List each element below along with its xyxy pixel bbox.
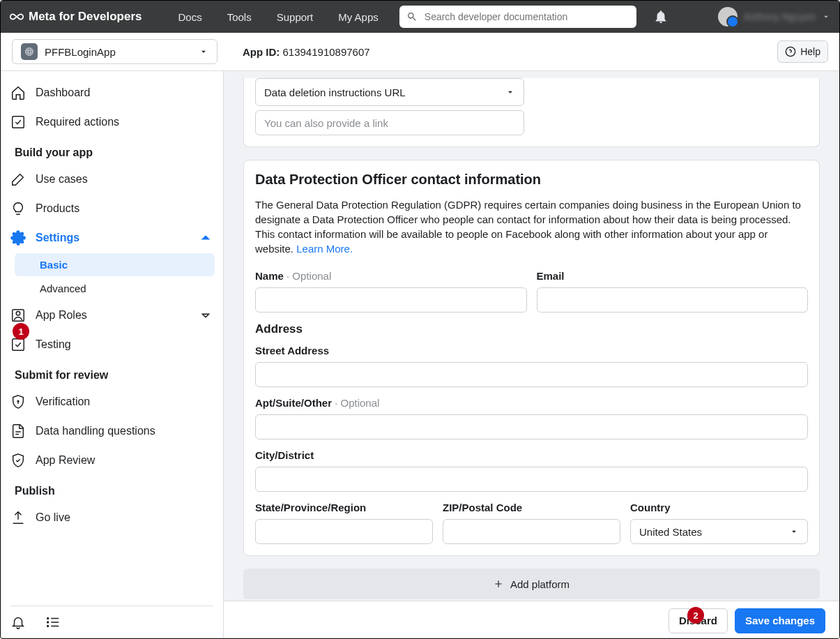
annotation-badge-1: 1 <box>13 323 29 340</box>
chevron-down-icon <box>199 47 208 57</box>
sidebar-subitem-basic[interactable]: Basic <box>15 253 215 276</box>
state-input[interactable] <box>255 519 433 544</box>
sidebar-item-dashboard[interactable]: Dashboard <box>1 78 223 107</box>
save-changes-button[interactable]: Save changes <box>735 608 825 633</box>
app-icon <box>21 43 38 60</box>
name-input[interactable] <box>255 287 527 313</box>
data-deletion-dropdown[interactable]: Data deletion instructions URL <box>255 78 524 106</box>
name-label: Name · Optional <box>255 270 527 282</box>
chevron-down-icon <box>821 12 831 22</box>
nav-docs[interactable]: Docs <box>169 11 212 23</box>
svg-point-4 <box>786 47 795 56</box>
sidebar-item-verification[interactable]: Verification <box>1 387 223 416</box>
notifications-icon[interactable] <box>653 9 669 24</box>
data-deletion-link-input[interactable] <box>255 110 524 135</box>
app-name: PFFBLoginApp <box>45 46 192 58</box>
app-header: PFFBLoginApp App ID: 613941910897607 Hel… <box>1 33 839 71</box>
add-platform-button[interactable]: Add platform <box>243 569 820 599</box>
sidebar-item-products[interactable]: Products <box>1 194 223 223</box>
shield-lock-icon <box>10 394 26 409</box>
main-content: 2 Data deletion instructions URL Data Pr… <box>224 71 839 639</box>
apt-input[interactable] <box>255 414 808 439</box>
svg-point-3 <box>28 48 31 56</box>
sidebar-item-usecases[interactable]: Use cases <box>1 165 223 194</box>
sidebar-item-testing[interactable]: Testing <box>1 330 223 359</box>
search-input[interactable] <box>425 11 629 22</box>
sidebar-item-appreview[interactable]: App Review <box>1 446 223 475</box>
help-icon <box>785 46 796 57</box>
nav-support[interactable]: Support <box>267 11 323 23</box>
country-label: Country <box>630 502 808 513</box>
svg-point-13 <box>47 626 49 627</box>
sidebar-item-settings[interactable]: Settings <box>1 223 223 253</box>
dpo-description: The General Data Protection Regulation (… <box>255 197 808 256</box>
lightbulb-icon <box>10 201 26 216</box>
list-icon[interactable] <box>45 615 61 630</box>
meta-infinity-icon <box>9 9 24 24</box>
meta-logo[interactable]: Meta for Developers <box>9 9 142 24</box>
address-title: Address <box>255 322 808 336</box>
chevron-down-icon <box>505 87 515 97</box>
svg-rect-5 <box>13 116 24 128</box>
gear-icon <box>10 230 26 246</box>
street-input[interactable] <box>255 362 808 387</box>
learn-more-link[interactable]: Learn More. <box>296 243 353 255</box>
shield-check-icon <box>10 453 26 468</box>
nav-tools[interactable]: Tools <box>217 11 261 23</box>
sidebar-item-datahandling[interactable]: Data handling questions <box>1 416 223 446</box>
search-box[interactable] <box>399 6 636 28</box>
app-id: App ID: 613941910897607 <box>243 46 370 58</box>
footer-bar: Discard Save changes <box>224 601 839 639</box>
user-menu[interactable]: Anthony Nguyen <box>718 7 831 27</box>
sidebar-heading-build: Build your app <box>1 137 223 165</box>
username: Anthony Nguyen <box>743 11 816 22</box>
street-label: Street Address <box>255 345 808 356</box>
avatar <box>718 7 738 27</box>
sidebar-item-required[interactable]: Required actions <box>1 107 223 137</box>
plus-icon <box>494 579 503 589</box>
nav-myapps[interactable]: My Apps <box>328 11 388 23</box>
pencil-icon <box>10 172 26 187</box>
svg-point-8 <box>16 312 20 316</box>
country-dropdown[interactable]: United States <box>630 519 808 544</box>
search-icon <box>406 11 418 22</box>
city-input[interactable] <box>255 467 808 492</box>
card-data-deletion: Data deletion instructions URL <box>243 78 820 147</box>
document-icon <box>10 423 26 439</box>
brand-text: Meta for Developers <box>29 10 142 24</box>
app-selector[interactable]: PFFBLoginApp <box>12 39 217 64</box>
svg-point-11 <box>47 618 49 619</box>
chevron-down-icon <box>789 527 799 536</box>
chevron-down-icon <box>198 308 213 323</box>
state-label: State/Province/Region <box>255 502 433 513</box>
upload-icon <box>10 510 26 525</box>
users-icon <box>10 308 26 323</box>
chevron-up-icon <box>198 230 213 246</box>
help-button[interactable]: Help <box>777 40 828 63</box>
email-label: Email <box>537 270 809 282</box>
bell-outline-icon[interactable] <box>10 615 26 630</box>
card-dpo: Data Protection Officer contact informat… <box>243 160 820 556</box>
svg-point-2 <box>26 50 33 53</box>
svg-point-10 <box>17 400 19 402</box>
svg-point-12 <box>47 622 49 623</box>
svg-point-1 <box>26 48 33 56</box>
check-square-icon <box>10 114 26 130</box>
svg-rect-9 <box>13 339 24 351</box>
zip-input[interactable] <box>443 519 620 544</box>
sidebar-subitem-advanced[interactable]: Advanced <box>15 277 215 300</box>
city-label: City/District <box>255 449 808 461</box>
sidebar-heading-publish: Publish <box>1 475 223 503</box>
topbar: Meta for Developers Docs Tools Support M… <box>1 1 839 33</box>
sidebar-heading-submit: Submit for review <box>1 359 223 387</box>
sidebar-item-golive[interactable]: Go live <box>1 503 223 532</box>
apt-label: Apt/Suite/Other · Optional <box>255 397 808 409</box>
annotation-badge-2: 2 <box>687 607 704 624</box>
zip-label: ZIP/Postal Code <box>443 502 620 513</box>
sidebar-item-approles[interactable]: App Roles <box>1 301 223 330</box>
home-icon <box>10 85 26 100</box>
dpo-title: Data Protection Officer contact informat… <box>255 172 808 188</box>
email-input[interactable] <box>537 287 809 313</box>
sidebar: 1 Dashboard Required actions Build your … <box>1 71 224 639</box>
